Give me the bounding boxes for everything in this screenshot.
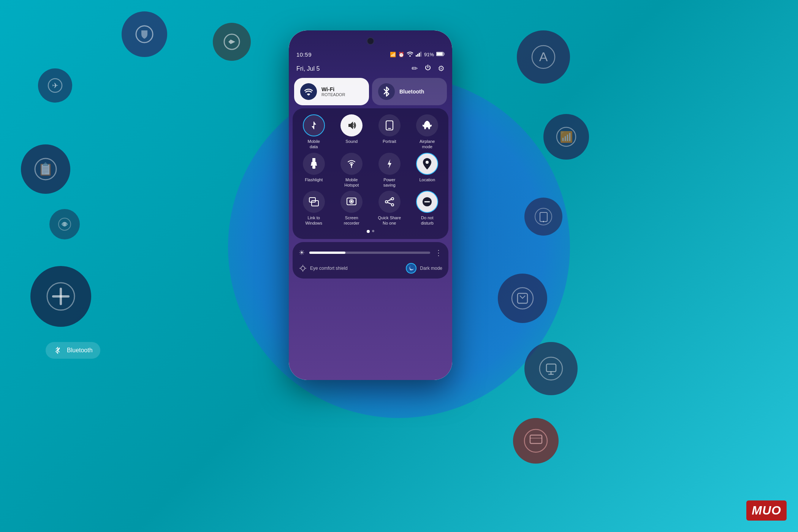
svg-point-47 <box>391 198 394 200</box>
quick-share-label: Quick ShareNo one <box>378 215 401 226</box>
float-icon-8: A <box>517 30 570 84</box>
status-bar: 10:59 📶 ⏰ 91% <box>289 51 452 61</box>
svg-rect-32 <box>437 52 443 55</box>
edit-icon[interactable]: ✏ <box>412 64 418 73</box>
wifi-tile[interactable]: Wi-Fi ROTEADOR <box>294 78 369 105</box>
svg-text:📶: 📶 <box>559 131 573 143</box>
tile-power-saving[interactable]: Powersaving <box>372 153 407 188</box>
svg-text:A: A <box>539 49 548 64</box>
float-icon-13 <box>513 418 559 464</box>
float-icon-10 <box>524 198 562 236</box>
float-icon-6 <box>30 266 91 327</box>
svg-point-24 <box>524 429 547 452</box>
float-bluetooth-pill: Bluetooth <box>46 342 100 359</box>
signal-bars <box>416 51 422 58</box>
bluetooth-status-icon: 📶 <box>390 52 396 57</box>
bluetooth-tile-icon <box>378 83 395 100</box>
svg-rect-38 <box>312 166 315 169</box>
bluetooth-name: Bluetooth <box>399 89 424 95</box>
float-icon-1 <box>122 11 167 57</box>
mobile-data-label: Mobiledata <box>308 139 320 150</box>
tiles-grid-row1: Mobiledata Sound Portrait <box>296 114 445 150</box>
portrait-label: Portrait <box>383 139 396 144</box>
svg-point-46 <box>385 201 388 203</box>
power-icon[interactable] <box>424 64 432 73</box>
tile-link-windows[interactable]: Link toWindows <box>296 191 331 226</box>
dnd-icon <box>416 191 438 213</box>
tiles-panel: Mobiledata Sound Portrait <box>293 108 448 239</box>
screen-recorder-label: Screenrecorder <box>344 215 359 226</box>
dnd-label: Do notdisturb <box>421 215 434 226</box>
muo-logo: MUO <box>746 500 787 521</box>
hotspot-icon <box>340 153 363 175</box>
bluetooth-tile-text: Bluetooth <box>399 89 424 95</box>
dark-mode-item[interactable]: Dark mode <box>405 263 442 274</box>
eye-comfort-item: Eye comfort shield <box>299 264 348 272</box>
connectivity-row: Wi-Fi ROTEADOR Bluetooth <box>289 78 452 105</box>
tile-airplane[interactable]: Airplanemode <box>410 114 445 150</box>
screen-recorder-icon <box>340 191 363 213</box>
sound-icon <box>340 114 363 136</box>
svg-line-50 <box>388 203 391 204</box>
bluetooth-tile[interactable]: Bluetooth <box>372 78 447 105</box>
battery-icon <box>436 52 445 57</box>
flashlight-label: Flashlight <box>305 177 323 182</box>
flashlight-icon <box>303 153 325 175</box>
mode-row: Eye comfort shield Dark mode <box>299 263 442 274</box>
svg-rect-29 <box>419 53 420 57</box>
svg-rect-27 <box>416 55 417 57</box>
tile-hotspot[interactable]: MobileHotspot <box>334 153 369 188</box>
svg-point-7 <box>63 223 66 226</box>
brightness-icon: ☀ <box>299 249 305 257</box>
tile-location[interactable]: Location <box>410 153 445 188</box>
tile-portrait[interactable]: Portrait <box>372 114 407 150</box>
tile-mobile-data[interactable]: Mobiledata <box>296 114 331 150</box>
power-saving-label: Powersaving <box>383 177 396 188</box>
svg-rect-28 <box>417 54 418 57</box>
tiles-grid-row3: Link toWindows Screenrecorder Quick Shar… <box>296 191 445 226</box>
svg-point-39 <box>351 164 352 165</box>
qs-actions: ✏ ⚙ <box>412 64 445 73</box>
wifi-name: Wi-Fi <box>321 86 345 92</box>
dark-mode-label: Dark mode <box>420 266 442 271</box>
phone-frame: 10:59 📶 ⏰ 91% Fri, Jul 5 ✏ <box>289 30 452 380</box>
qs-date: Fri, Jul 5 <box>296 65 320 72</box>
portrait-icon <box>378 114 401 136</box>
brightness-more[interactable]: ⋮ <box>435 248 442 257</box>
svg-text:📋: 📋 <box>38 162 53 176</box>
float-icon-3: ✈ <box>38 68 72 103</box>
svg-rect-30 <box>420 52 421 57</box>
phone-screen: 10:59 📶 ⏰ 91% Fri, Jul 5 ✏ <box>289 30 452 380</box>
tile-flashlight[interactable]: Flashlight <box>296 153 331 188</box>
tile-screen-recorder[interactable]: Screenrecorder <box>334 191 369 226</box>
svg-rect-25 <box>530 435 542 443</box>
mobile-data-icon <box>303 114 325 136</box>
wifi-status-icon <box>407 51 413 58</box>
power-saving-icon <box>378 153 401 175</box>
link-windows-icon <box>303 191 325 213</box>
hotspot-label: MobileHotspot <box>344 177 359 188</box>
airplane-label: Airplanemode <box>420 139 435 150</box>
svg-rect-36 <box>312 158 315 162</box>
camera-notch <box>367 37 374 45</box>
pagination-dot-2[interactable] <box>372 230 374 232</box>
wifi-tile-text: Wi-Fi ROTEADOR <box>321 86 345 97</box>
brightness-slider[interactable] <box>309 252 430 254</box>
status-icons: 📶 ⏰ 91% <box>390 51 445 58</box>
status-time: 10:59 <box>296 51 312 58</box>
tile-quick-share[interactable]: Quick ShareNo one <box>372 191 407 226</box>
svg-point-45 <box>351 201 352 202</box>
link-windows-label: Link toWindows <box>305 215 322 226</box>
svg-rect-16 <box>540 212 547 222</box>
wifi-tile-icon <box>300 83 317 100</box>
tile-sound[interactable]: Sound <box>334 114 369 150</box>
svg-text:✈: ✈ <box>52 81 59 90</box>
pagination-dot-1[interactable] <box>367 230 370 233</box>
brightness-panel: ☀ ⋮ Eye comfort shield Da <box>293 242 448 279</box>
float-icon-5 <box>49 209 80 239</box>
tile-dnd[interactable]: Do notdisturb <box>410 191 445 226</box>
eye-comfort-label: Eye comfort shield <box>310 266 348 271</box>
battery-percent: 91% <box>424 52 434 57</box>
settings-icon[interactable]: ⚙ <box>438 64 445 73</box>
airplane-icon <box>416 114 438 136</box>
